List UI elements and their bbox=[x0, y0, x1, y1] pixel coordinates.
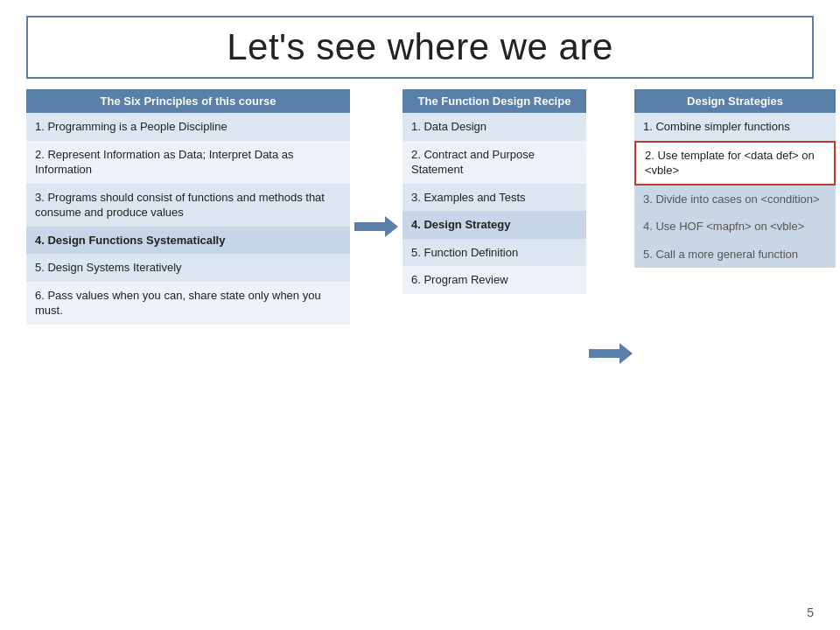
list-item: 1. Data Design bbox=[402, 113, 586, 141]
list-item: 3. Examples and Tests bbox=[402, 184, 586, 212]
left-column: The Six Principles of this course 1. Pro… bbox=[26, 89, 350, 325]
list-item: 1. Programming is a People Discipline bbox=[26, 113, 350, 141]
list-item-red-highlight: 2. Use template for <data def> on <vble> bbox=[634, 141, 836, 186]
mid-column: The Function Design Recipe 1. Data Desig… bbox=[402, 89, 586, 294]
title-box: Let's see where we are bbox=[26, 16, 814, 79]
slide-title: Let's see where we are bbox=[227, 26, 613, 67]
list-item: 5. Function Definition bbox=[402, 239, 586, 267]
list-item-highlight: 4. Design Functions Systematically bbox=[26, 227, 350, 255]
list-item-dim: 3. Divide into cases on <condition> bbox=[634, 186, 836, 214]
list-item: 6. Program Review bbox=[402, 266, 586, 294]
list-item-dim: 5. Call a more general function bbox=[634, 241, 836, 269]
arrow-connector-1 bbox=[350, 89, 402, 237]
arrow-connector-2 bbox=[586, 89, 634, 364]
mid-column-header: The Function Design Recipe bbox=[402, 89, 586, 113]
list-item: 5. Design Systems Iteratively bbox=[26, 254, 350, 282]
list-item-highlight: 4. Design Strategy bbox=[402, 211, 586, 239]
list-item-dim: 4. Use HOF <mapfn> on <vble> bbox=[634, 213, 836, 241]
list-item: 2. Contract and Purpose Statement bbox=[402, 141, 586, 184]
right-column: Design Strategies 1. Combine simpler fun… bbox=[634, 89, 836, 268]
arrow-right-icon-2 bbox=[589, 343, 633, 364]
arrow-right-icon bbox=[354, 216, 398, 237]
list-item: 2. Represent Information as Data; Interp… bbox=[26, 141, 350, 184]
svg-marker-0 bbox=[354, 216, 398, 237]
content-area: The Six Principles of this course 1. Pro… bbox=[26, 89, 814, 364]
list-item: 6. Pass values when you can, share state… bbox=[26, 282, 350, 325]
right-column-header: Design Strategies bbox=[634, 89, 836, 113]
list-item: 3. Programs should consist of functions … bbox=[26, 184, 350, 227]
svg-marker-1 bbox=[589, 343, 633, 364]
page-number: 5 bbox=[807, 606, 814, 620]
left-column-header: The Six Principles of this course bbox=[26, 89, 350, 113]
list-item: 1. Combine simpler functions bbox=[634, 113, 836, 141]
